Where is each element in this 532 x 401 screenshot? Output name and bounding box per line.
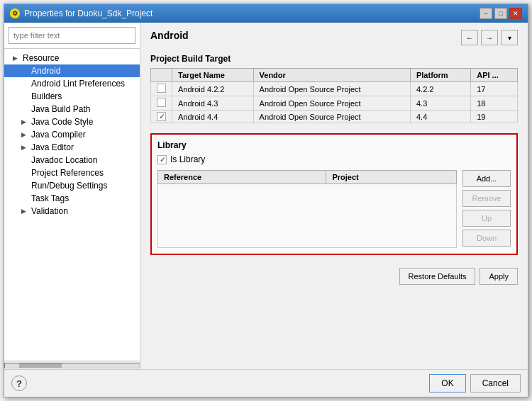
row-checkbox-0[interactable] bbox=[151, 82, 172, 96]
ref-col-project: Project bbox=[326, 171, 457, 184]
left-scrollbar[interactable] bbox=[4, 361, 140, 369]
cell-vendor-1: Android Open Source Project bbox=[253, 96, 410, 111]
tree-item-project-references[interactable]: Project References bbox=[4, 166, 140, 179]
scrollbar-track bbox=[4, 363, 140, 368]
left-panel: ▶ResourceAndroidAndroid Lint Preferences… bbox=[4, 23, 140, 369]
tree-item-java-compiler[interactable]: ▶Java Compiler bbox=[4, 128, 140, 141]
dropdown-button[interactable]: ▾ bbox=[501, 30, 518, 45]
remove-button[interactable]: Remove bbox=[462, 190, 511, 207]
ok-button[interactable]: OK bbox=[429, 374, 465, 392]
checkbox-0[interactable] bbox=[157, 84, 166, 93]
col-api: API ... bbox=[471, 69, 518, 82]
cell-vendor-2: Android Open Source Project bbox=[253, 111, 410, 123]
tree-item-android-lint[interactable]: Android Lint Preferences bbox=[4, 77, 140, 90]
scrollbar-thumb bbox=[19, 363, 62, 368]
maximize-button[interactable]: □ bbox=[494, 8, 507, 19]
filter-input[interactable] bbox=[9, 27, 135, 44]
dialog-title: Properties for Duoku_Sdk_Project bbox=[24, 9, 153, 18]
build-target-label: Project Build Target bbox=[150, 54, 518, 64]
tree-arrow-validation: ▶ bbox=[21, 208, 28, 215]
tree-item-resource[interactable]: ▶Resource bbox=[4, 52, 140, 64]
tree-item-builders[interactable]: Builders bbox=[4, 90, 140, 103]
col-check bbox=[151, 69, 172, 82]
tree-label-android: Android bbox=[31, 66, 60, 76]
cancel-button[interactable]: Cancel bbox=[470, 374, 521, 392]
apply-button[interactable]: Apply bbox=[480, 268, 518, 285]
tree-label-java-compiler: Java Compiler bbox=[31, 130, 86, 140]
cell-api-2: 19 bbox=[471, 111, 518, 123]
cell-platform-2: 4.4 bbox=[410, 111, 470, 123]
cell-target-1: Android 4.3 bbox=[172, 96, 254, 111]
forward-button[interactable]: → bbox=[481, 30, 498, 45]
down-button[interactable]: Down bbox=[462, 230, 511, 247]
tree-item-task-tags[interactable]: Task Tags bbox=[4, 192, 140, 205]
tree-arrow-java-editor: ▶ bbox=[21, 144, 28, 151]
is-library-label: Is Library bbox=[170, 154, 205, 164]
row-checkbox-1[interactable] bbox=[151, 96, 172, 111]
build-target-table: Target Name Vendor Platform API ... Andr… bbox=[150, 68, 518, 123]
restore-defaults-button[interactable]: Restore Defaults bbox=[399, 268, 476, 285]
reference-table: Reference Project bbox=[157, 170, 457, 248]
tree-label-javadoc: Javadoc Location bbox=[31, 155, 97, 165]
tree-arrow-resource: ▶ bbox=[13, 55, 20, 62]
reference-table-wrapper: Reference Project bbox=[157, 170, 457, 248]
cell-api-0: 17 bbox=[471, 82, 518, 96]
checkbox-2[interactable] bbox=[157, 112, 166, 121]
tree-item-android[interactable]: Android bbox=[4, 64, 140, 77]
tree-label-run-debug: Run/Debug Settings bbox=[31, 181, 107, 191]
col-vendor: Vendor bbox=[253, 69, 410, 82]
ref-buttons: Add... Remove Up Down bbox=[462, 170, 511, 248]
title-buttons: – □ ✕ bbox=[480, 8, 522, 19]
ref-table-empty-cell bbox=[158, 184, 457, 248]
title-bar-left: ⚙ Properties for Duoku_Sdk_Project bbox=[10, 9, 153, 18]
tree-item-java-build-path[interactable]: Java Build Path bbox=[4, 103, 140, 115]
title-bar: ⚙ Properties for Duoku_Sdk_Project – □ ✕ bbox=[4, 4, 528, 23]
tree-item-javadoc[interactable]: Javadoc Location bbox=[4, 154, 140, 166]
tree-label-validation: Validation bbox=[31, 206, 68, 216]
minimize-button[interactable]: – bbox=[480, 8, 492, 19]
is-library-row: Is Library bbox=[157, 154, 511, 164]
table-row[interactable]: Android 4.4Android Open Source Project4.… bbox=[151, 111, 518, 123]
reference-section: Reference Project bbox=[157, 170, 511, 248]
cell-target-2: Android 4.4 bbox=[172, 111, 254, 123]
tree-item-run-debug[interactable]: Run/Debug Settings bbox=[4, 179, 140, 192]
is-library-checkbox[interactable] bbox=[157, 155, 167, 164]
section-title: Android bbox=[150, 30, 189, 41]
ref-col-reference: Reference bbox=[158, 171, 326, 184]
tree-label-java-build-path: Java Build Path bbox=[31, 104, 90, 114]
right-panel: Android ← → ▾ Project Build Target Targe… bbox=[140, 23, 528, 369]
tree-label-java-code-style: Java Code Style bbox=[31, 117, 93, 127]
tree-label-project-references: Project References bbox=[31, 168, 104, 178]
back-button[interactable]: ← bbox=[461, 30, 478, 45]
tree-label-task-tags: Task Tags bbox=[31, 193, 69, 203]
table-row[interactable]: Android 4.3Android Open Source Project4.… bbox=[151, 96, 518, 111]
main-content: ▶ResourceAndroidAndroid Lint Preferences… bbox=[4, 23, 528, 369]
checkbox-1[interactable] bbox=[157, 98, 166, 107]
dialog-body: ▶ResourceAndroidAndroid Lint Preferences… bbox=[4, 23, 528, 397]
up-button[interactable]: Up bbox=[462, 210, 511, 227]
tree-view: ▶ResourceAndroidAndroid Lint Preferences… bbox=[4, 49, 140, 361]
library-section: Library Is Library Reference Project bbox=[150, 133, 518, 255]
col-platform: Platform bbox=[410, 69, 470, 82]
bottom-actions: Restore Defaults Apply bbox=[150, 268, 518, 285]
col-target: Target Name bbox=[172, 69, 254, 82]
tree-arrow-java-compiler: ▶ bbox=[21, 131, 28, 138]
tree-label-android-lint: Android Lint Preferences bbox=[31, 79, 125, 89]
tree-label-java-editor: Java Editor bbox=[31, 142, 74, 152]
table-row[interactable]: Android 4.2.2Android Open Source Project… bbox=[151, 82, 518, 96]
cell-platform-1: 4.3 bbox=[410, 96, 470, 111]
tree-item-validation[interactable]: ▶Validation bbox=[4, 205, 140, 218]
tree-item-java-code-style[interactable]: ▶Java Code Style bbox=[4, 115, 140, 128]
toolbar-row: ← → ▾ bbox=[461, 30, 518, 45]
add-button[interactable]: Add... bbox=[462, 170, 511, 187]
tree-label-builders: Builders bbox=[31, 91, 62, 101]
cell-api-1: 18 bbox=[471, 96, 518, 111]
properties-dialog: ⚙ Properties for Duoku_Sdk_Project – □ ✕… bbox=[4, 4, 528, 397]
help-button[interactable]: ? bbox=[11, 375, 27, 391]
cell-target-0: Android 4.2.2 bbox=[172, 82, 254, 96]
row-checkbox-2[interactable] bbox=[151, 111, 172, 123]
tree-item-java-editor[interactable]: ▶Java Editor bbox=[4, 141, 140, 154]
close-button[interactable]: ✕ bbox=[509, 8, 522, 19]
tree-arrow-java-code-style: ▶ bbox=[21, 118, 28, 125]
tree-label-resource: Resource bbox=[23, 53, 59, 63]
